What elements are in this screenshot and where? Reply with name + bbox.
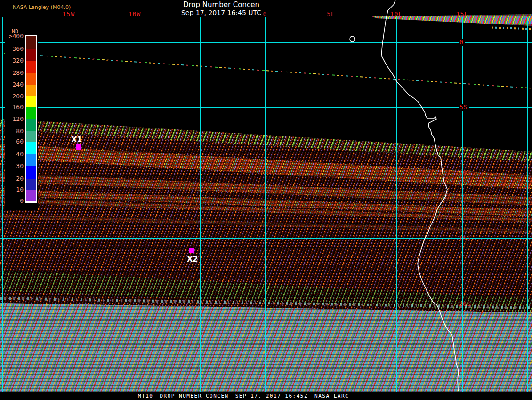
colorbar-segment: [26, 49, 36, 61]
page-title: Drop Number Concen: [179, 1, 264, 9]
colorbar-tick-label: 280: [3, 69, 24, 76]
footer-annotation-bar: MT10DROP NUMBER CONCENSEP 17, 2017 16:45…: [0, 392, 532, 400]
colorbar-tick-label: >400: [3, 32, 24, 40]
island-outline: [350, 36, 355, 42]
footer-text-segment: MT10: [138, 393, 153, 399]
colorbar-segment: [26, 166, 36, 179]
colorbar-segment: [26, 61, 36, 73]
coastline: [381, 0, 459, 392]
colorbar-tick-label: 60: [3, 138, 24, 145]
colorbar-tick-label: 200: [3, 93, 24, 100]
satellite-product-view: 15W10W05E10E15E05S10S15S20S25S ND >40036…: [0, 0, 532, 400]
colorbar-tick-label: 320: [3, 57, 24, 64]
colorbar-segment: [26, 96, 36, 107]
colorbar-segment: [26, 154, 36, 166]
coastline-map: [0, 0, 532, 400]
colorbar-segment: [26, 131, 36, 142]
timestamp-subtitle: Sep 17, 2017 16:45 UTC: [179, 9, 264, 16]
map-marker-point: [189, 248, 194, 253]
footer-text-segment: DROP NUMBER CONCEN: [160, 393, 229, 399]
colorbar-segment: [26, 85, 36, 96]
colorbar-segment: [26, 142, 36, 154]
colorbar-tick-label: 10: [3, 186, 24, 193]
colorbar-segment: [26, 107, 36, 119]
colorbar-tick-label: 80: [3, 128, 24, 135]
colorbar-segment: [26, 36, 36, 49]
colorbar-segment: [26, 73, 36, 85]
map-marker-label: X2: [187, 255, 198, 264]
map-marker-point: [76, 144, 81, 150]
colorbar-tick-label: 20: [3, 175, 24, 182]
colorbar-segment: [26, 190, 36, 201]
colorbar-tick-label: 160: [3, 104, 24, 111]
map-marker-label: X1: [71, 135, 82, 144]
colorbar-tick-label: 40: [3, 151, 24, 158]
colorbar-tick-label: 360: [3, 45, 24, 52]
colorbar-tick-label: 0: [3, 197, 24, 204]
footer-text-segment: NASA LARC: [314, 393, 349, 399]
source-version-label: NASA Langley (M04.0): [13, 4, 71, 10]
island-outlines: [350, 36, 355, 42]
colorbar-segment: [26, 119, 36, 131]
colorbar-segment: [26, 179, 36, 190]
colorbar-tick-label: 120: [3, 115, 24, 122]
footer-text-segment: SEP 17, 2017 16:45Z: [235, 393, 308, 399]
title-block: Drop Number Concen Sep 17, 2017 16:45 UT…: [179, 1, 264, 16]
colorbar-tick-label: 240: [3, 81, 24, 88]
colorbar-tick-label: 30: [3, 162, 24, 169]
